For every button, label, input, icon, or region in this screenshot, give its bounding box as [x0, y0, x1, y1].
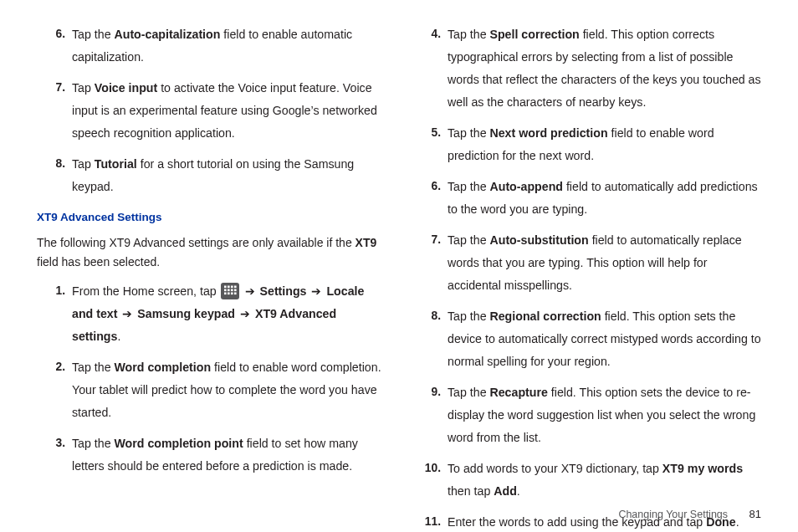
term: Settings: [260, 284, 307, 298]
page-number: 81: [749, 508, 761, 520]
list-item: 4. Tap the Spell correction field. This …: [412, 23, 761, 114]
svg-rect-0: [224, 285, 227, 288]
step-number: 9.: [412, 381, 441, 403]
list-item: 1. From the Home screen, tap ➔ Settings …: [37, 280, 386, 348]
list-item: 7. Tap Voice input to activate the Voice…: [37, 77, 386, 145]
text: Tap the: [448, 386, 489, 399]
term: Tutorial: [95, 157, 137, 171]
list-item: 8. Tap the Regional correction field. Th…: [412, 305, 761, 373]
list-item: 6. Tap the Auto-capitalization field to …: [37, 23, 386, 69]
term: Word completion point: [114, 437, 243, 450]
term: Add: [494, 484, 517, 498]
term: Voice input: [95, 81, 157, 95]
arrow-icon: ➔: [122, 303, 132, 325]
svg-rect-6: [231, 289, 233, 291]
step-number: 1.: [37, 280, 65, 302]
term: XT9: [356, 236, 377, 249]
steps-xt9: 1. From the Home screen, tap ➔ Settings …: [37, 280, 386, 478]
text: Tap the: [448, 28, 489, 41]
right-column: 4. Tap the Spell correction field. This …: [412, 23, 761, 515]
left-column: 6. Tap the Auto-capitalization field to …: [37, 23, 386, 515]
text: The following XT9 Advanced settings are …: [37, 236, 356, 249]
step-number: 10.: [412, 458, 441, 479]
svg-rect-3: [234, 285, 237, 288]
text: Tap the: [448, 180, 489, 193]
arrow-icon: ➔: [245, 280, 255, 303]
step-number: 2.: [37, 356, 65, 378]
svg-rect-10: [231, 292, 233, 294]
text: Tap the: [448, 233, 489, 247]
list-item: 6. Tap the Auto-append field to automati…: [412, 176, 761, 221]
step-number: 7.: [412, 229, 441, 251]
text: Tap: [72, 157, 95, 171]
term: Auto-capitalization: [114, 28, 220, 41]
term: Auto-substitution: [489, 233, 588, 247]
arrow-icon: ➔: [240, 303, 250, 325]
text: Tap the: [72, 28, 114, 41]
step-number: 11.: [412, 511, 441, 532]
svg-rect-9: [228, 292, 230, 294]
text: From the Home screen, tap: [72, 284, 220, 298]
section-title: Changing Your Settings: [618, 509, 728, 520]
list-item: 3. Tap the Word completion point field t…: [37, 432, 386, 478]
term: Recapture: [489, 386, 547, 399]
term: Spell correction: [489, 28, 579, 41]
manual-page: 6. Tap the Auto-capitalization field to …: [0, 0, 798, 532]
svg-rect-1: [228, 285, 230, 288]
list-item: 7. Tap the Auto-substitution field to au…: [412, 229, 761, 297]
subsection-heading: XT9 Advanced Settings: [37, 207, 386, 228]
list-item: 9. Tap the Recapture field. This option …: [412, 381, 761, 449]
text: Tap: [72, 81, 95, 95]
term: Regional correction: [489, 309, 601, 323]
step-number: 3.: [37, 432, 65, 454]
svg-rect-11: [234, 292, 237, 294]
step-number: 6.: [37, 23, 65, 45]
steps-continued-a: 6. Tap the Auto-capitalization field to …: [37, 23, 386, 198]
term: XT9 my words: [662, 462, 743, 475]
term: Next word prediction: [489, 126, 607, 140]
text: To add words to your XT9 dictionary, tap: [448, 462, 662, 475]
step-number: 6.: [412, 176, 441, 197]
step-number: 5.: [412, 122, 441, 144]
text: .: [117, 330, 120, 343]
list-item: 5. Tap the Next word prediction field to…: [412, 122, 761, 167]
step-number: 4.: [412, 23, 441, 45]
svg-rect-7: [234, 289, 237, 291]
svg-rect-2: [231, 285, 233, 288]
steps-xt9-cont: 4. Tap the Spell correction field. This …: [412, 23, 761, 532]
text: Tap the: [72, 437, 114, 450]
apps-icon: [221, 283, 239, 299]
term: Samsung keypad: [137, 307, 235, 320]
page-footer: Changing Your Settings 81: [618, 508, 761, 520]
svg-rect-5: [228, 289, 230, 291]
svg-rect-4: [224, 289, 227, 291]
term: Word completion: [114, 361, 211, 374]
text: Tap the: [448, 126, 489, 140]
text: .: [517, 484, 520, 498]
list-item: 2. Tap the Word completion field to enab…: [37, 356, 386, 424]
svg-rect-8: [224, 292, 227, 294]
text: Tap the: [448, 309, 489, 323]
step-number: 8.: [37, 153, 65, 175]
text: field has been selected.: [37, 255, 160, 269]
intro-paragraph: The following XT9 Advanced settings are …: [37, 233, 386, 272]
text: then tap: [448, 484, 494, 498]
list-item: 8. Tap Tutorial for a short tutorial on …: [37, 153, 386, 198]
arrow-icon: ➔: [311, 280, 321, 303]
list-item: 10. To add words to your XT9 dictionary,…: [412, 458, 761, 503]
step-number: 7.: [37, 77, 65, 99]
term: Auto-append: [489, 180, 562, 193]
step-number: 8.: [412, 305, 441, 327]
text: Tap the: [72, 361, 114, 374]
